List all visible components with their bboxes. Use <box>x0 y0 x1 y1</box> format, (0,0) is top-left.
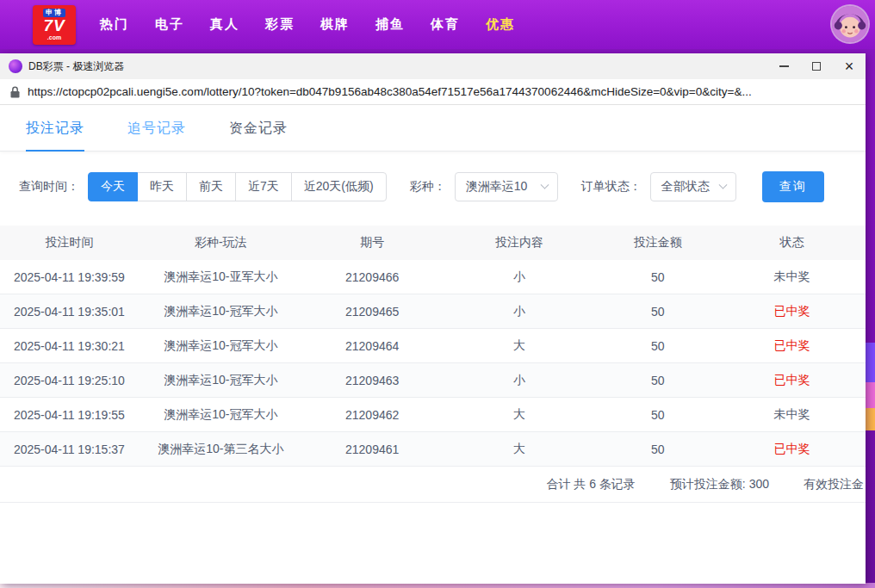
cell-bet-time: 2025-04-11 19:39:59 <box>0 270 139 284</box>
table-row: 2025-04-11 19:19:55 澳洲幸运10-冠军大小 21209462… <box>0 398 866 432</box>
time-filter-button[interactable]: 昨天 <box>137 172 187 201</box>
tab[interactable]: 投注记录 <box>26 120 84 152</box>
cell-bet-time: 2025-04-11 19:25:10 <box>0 374 139 387</box>
table-row: 2025-04-11 19:35:01 澳洲幸运10-冠军大小 21209465… <box>0 294 866 329</box>
cell-bet-amount: 50 <box>597 270 718 284</box>
window-titlebar: DB彩票 - 极速浏览器 × <box>0 53 866 79</box>
search-button[interactable]: 查询 <box>762 171 824 202</box>
cell-play-type: 澳洲幸运10-冠军大小 <box>139 304 303 319</box>
maximize-icon <box>812 62 821 71</box>
column-header: 投注内容 <box>442 235 598 251</box>
time-filter-label: 查询时间： <box>19 179 79 195</box>
time-filter-button[interactable]: 近7天 <box>235 172 292 201</box>
background-art <box>865 408 875 430</box>
url-bar[interactable]: https://ctopcp02pcali.uengi5e.com/lotter… <box>0 79 866 105</box>
cell-bet-content: 大 <box>442 442 598 457</box>
cell-play-type: 澳洲幸运10-冠军大小 <box>139 373 303 388</box>
page-content: 投注记录 追号记录 资金记录 查询时间： 今天 昨天 前天 近7天 近20天(低… <box>0 105 866 503</box>
cell-bet-amount: 50 <box>597 339 718 353</box>
close-button[interactable]: × <box>833 53 866 79</box>
column-header: 期号 <box>303 235 442 251</box>
cell-bet-content: 大 <box>442 338 598 354</box>
cell-status: 已中奖 <box>718 338 866 354</box>
window-title: DB彩票 - 极速浏览器 <box>28 59 124 74</box>
column-header: 投注金额 <box>597 235 718 251</box>
menu-item[interactable]: 棋牌 <box>320 11 350 38</box>
tab[interactable]: 追号记录 <box>127 120 186 151</box>
cell-play-type: 澳洲幸运10-亚军大小 <box>139 269 303 285</box>
cell-status: 未中奖 <box>718 407 866 423</box>
menu-item[interactable]: 真人 <box>210 11 239 38</box>
order-status-select[interactable]: 全部状态 <box>650 172 736 201</box>
menu-item[interactable]: 热门 <box>100 11 129 38</box>
lottery-select[interactable]: 澳洲幸运10 <box>455 172 558 201</box>
main-menu: 热门 电子 真人 彩票 棋牌 捕鱼 体育 优惠 <box>100 11 515 38</box>
cell-bet-amount: 50 <box>597 443 718 456</box>
maximize-button[interactable] <box>800 53 833 79</box>
cell-play-type: 澳洲幸运10-冠军大小 <box>139 407 303 423</box>
table-row: 2025-04-11 19:15:37 澳洲幸运10-第三名大小 2120946… <box>0 432 866 467</box>
logo-sub-text: .com <box>47 34 61 41</box>
table-header-row: 投注时间 彩种-玩法 期号 投注内容 投注金额 状态 <box>0 226 866 260</box>
column-header: 状态 <box>718 235 866 251</box>
menu-item[interactable]: 体育 <box>431 11 460 38</box>
cell-issue: 21209461 <box>303 443 442 456</box>
background-art <box>865 343 875 382</box>
cell-issue: 21209466 <box>303 270 442 284</box>
window-controls: × <box>767 53 866 79</box>
cell-bet-time: 2025-04-11 19:15:37 <box>0 443 139 456</box>
menu-item[interactable]: 彩票 <box>265 11 295 38</box>
menu-item[interactable]: 捕鱼 <box>375 11 405 38</box>
app-icon <box>9 59 22 73</box>
browser-window: DB彩票 - 极速浏览器 × https://ctopcp02pcali.uen… <box>0 53 866 584</box>
lock-icon <box>10 86 20 98</box>
column-header: 彩种-玩法 <box>139 235 303 251</box>
menu-item[interactable]: 电子 <box>155 11 184 38</box>
bet-records-table: 投注时间 彩种-玩法 期号 投注内容 投注金额 状态 2025-04-11 19… <box>0 226 866 503</box>
order-status-label: 订单状态： <box>581 179 642 195</box>
time-filter-group: 今天 昨天 前天 近7天 近20天(低频) <box>88 172 387 201</box>
url-text[interactable]: https://ctopcp02pcali.uengi5e.com/lotter… <box>28 85 752 98</box>
time-filter-button[interactable]: 前天 <box>186 172 236 201</box>
cell-issue: 21209462 <box>303 408 442 422</box>
chevron-down-icon <box>540 180 549 189</box>
order-status-select-value: 全部状态 <box>661 179 710 195</box>
time-filter-button[interactable]: 近20天(低频) <box>291 172 387 201</box>
logo-top-text: 申博 <box>43 9 65 17</box>
time-filter-button[interactable]: 今天 <box>88 172 138 201</box>
chevron-down-icon <box>718 180 727 189</box>
cell-bet-content: 小 <box>442 373 598 388</box>
cell-status: 已中奖 <box>718 442 866 457</box>
tab[interactable]: 资金记录 <box>229 120 288 151</box>
cell-bet-content: 小 <box>442 269 598 285</box>
cell-bet-time: 2025-04-11 19:30:21 <box>0 339 139 353</box>
logo-main-text: 7V <box>43 17 65 34</box>
minimize-button[interactable] <box>767 53 800 79</box>
table-row: 2025-04-11 19:39:59 澳洲幸运10-亚军大小 21209466… <box>0 260 866 294</box>
user-avatar[interactable] <box>830 4 870 44</box>
tab-bar: 投注记录 追号记录 资金记录 <box>0 105 866 152</box>
summary-row: 合计 共 6 条记录 预计投注金额: 300 有效投注金 <box>0 467 866 503</box>
cell-play-type: 澳洲幸运10-第三名大小 <box>139 442 303 457</box>
menu-item[interactable]: 优惠 <box>486 11 515 38</box>
cell-bet-amount: 50 <box>597 305 718 319</box>
cell-play-type: 澳洲幸运10-冠军大小 <box>139 338 303 354</box>
cell-bet-content: 小 <box>442 304 598 319</box>
summary-total: 合计 共 6 条记录 <box>546 477 635 492</box>
cell-bet-content: 大 <box>442 407 598 423</box>
lottery-label: 彩种： <box>410 179 446 195</box>
top-navigation: 申博 7V .com 热门 电子 真人 彩票 棋牌 捕鱼 体育 优惠 <box>0 0 875 49</box>
cell-issue: 21209464 <box>303 339 442 353</box>
column-header: 投注时间 <box>0 235 139 251</box>
cell-issue: 21209463 <box>303 374 442 387</box>
cell-status: 已中奖 <box>718 373 866 388</box>
summary-expected: 预计投注金额: 300 <box>670 477 769 492</box>
cell-status: 未中奖 <box>718 269 866 285</box>
table-row: 2025-04-11 19:25:10 澳洲幸运10-冠军大小 21209463… <box>0 363 866 398</box>
avatar-illustration <box>832 6 868 42</box>
cell-issue: 21209465 <box>303 305 442 319</box>
minimize-icon <box>779 65 789 67</box>
cell-bet-amount: 50 <box>597 374 718 387</box>
site-logo[interactable]: 申博 7V .com <box>33 5 76 45</box>
cell-bet-time: 2025-04-11 19:35:01 <box>0 305 139 319</box>
